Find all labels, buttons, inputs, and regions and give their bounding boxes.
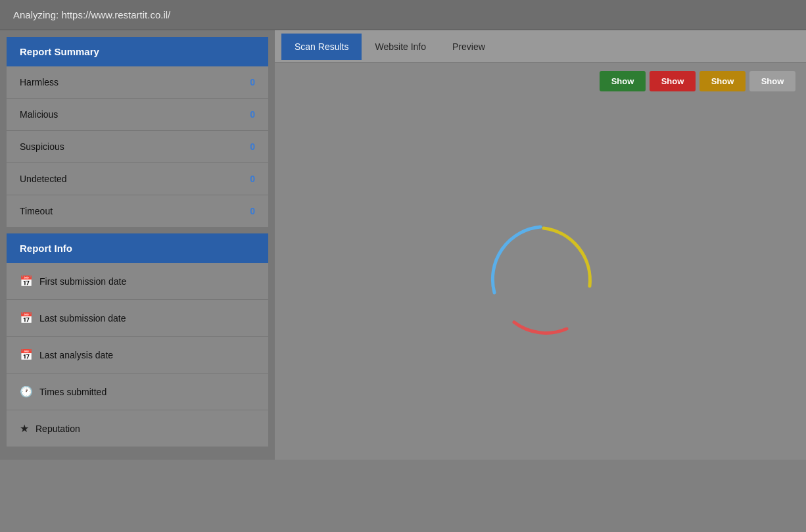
tab-bar: Scan Results Website Info Preview bbox=[275, 30, 806, 63]
top-bar: Analyzing: https://www.restartit.co.il/ bbox=[0, 0, 806, 30]
suspicious-item: Suspicious 0 bbox=[7, 131, 268, 163]
suspicious-count: 0 bbox=[250, 141, 255, 152]
times-submitted-item: 🕐 Times submitted bbox=[7, 374, 268, 410]
suspicious-label: Suspicious bbox=[20, 141, 64, 152]
report-summary-header: Report Summary bbox=[7, 37, 268, 66]
undetected-item: Undetected 0 bbox=[7, 163, 268, 195]
content-area bbox=[275, 99, 806, 460]
clock-icon: 🕐 bbox=[20, 385, 33, 398]
show-button-red[interactable]: Show bbox=[650, 71, 696, 91]
tab-scan-results[interactable]: Scan Results bbox=[281, 34, 362, 60]
show-button-green[interactable]: Show bbox=[600, 71, 646, 91]
reputation-item: ★ Reputation bbox=[7, 410, 268, 447]
info-items-list: 📅 First submission date 📅 Last submissio… bbox=[7, 263, 268, 447]
analyzing-url: https://www.restartit.co.il/ bbox=[61, 9, 170, 20]
malicious-label: Malicious bbox=[20, 109, 58, 120]
malicious-count: 0 bbox=[250, 109, 255, 120]
harmless-label: Harmless bbox=[20, 77, 59, 87]
last-submission-item: 📅 Last submission date bbox=[7, 300, 268, 337]
toolbar: Show Show Show Show bbox=[275, 63, 806, 99]
show-button-gray[interactable]: Show bbox=[749, 71, 795, 91]
reputation-label: Reputation bbox=[36, 423, 80, 434]
harmless-count: 0 bbox=[250, 77, 255, 87]
first-submission-label: First submission date bbox=[39, 276, 126, 287]
last-submission-label: Last submission date bbox=[39, 313, 126, 324]
timeout-item: Timeout 0 bbox=[7, 195, 268, 227]
star-icon: ★ bbox=[20, 422, 29, 435]
calendar-icon-3: 📅 bbox=[20, 349, 33, 361]
undetected-label: Undetected bbox=[20, 174, 67, 184]
last-analysis-item: 📅 Last analysis date bbox=[7, 337, 268, 374]
calendar-icon-2: 📅 bbox=[20, 312, 33, 324]
timeout-count: 0 bbox=[250, 206, 255, 216]
first-submission-item: 📅 First submission date bbox=[7, 263, 268, 300]
harmless-item: Harmless 0 bbox=[7, 66, 268, 99]
loading-spinner bbox=[475, 214, 606, 345]
main-layout: Report Summary Harmless 0 Malicious 0 Su… bbox=[0, 30, 806, 460]
report-summary-section: Report Summary Harmless 0 Malicious 0 Su… bbox=[7, 37, 268, 227]
malicious-item: Malicious 0 bbox=[7, 99, 268, 131]
tab-website-info[interactable]: Website Info bbox=[362, 34, 439, 60]
show-button-yellow[interactable]: Show bbox=[699, 71, 746, 91]
report-info-header: Report Info bbox=[7, 233, 268, 263]
last-analysis-label: Last analysis date bbox=[39, 350, 113, 360]
left-panel: Report Summary Harmless 0 Malicious 0 Su… bbox=[0, 30, 275, 460]
report-info-section: Report Info 📅 First submission date 📅 La… bbox=[7, 233, 268, 447]
times-submitted-label: Times submitted bbox=[39, 387, 107, 397]
calendar-icon-1: 📅 bbox=[20, 275, 33, 287]
tab-preview[interactable]: Preview bbox=[439, 34, 498, 60]
summary-items-list: Harmless 0 Malicious 0 Suspicious 0 Unde… bbox=[7, 66, 268, 227]
right-panel: Scan Results Website Info Preview Show S… bbox=[275, 30, 806, 460]
timeout-label: Timeout bbox=[20, 206, 53, 216]
analyzing-label: Analyzing: bbox=[13, 9, 59, 20]
undetected-count: 0 bbox=[250, 174, 255, 184]
